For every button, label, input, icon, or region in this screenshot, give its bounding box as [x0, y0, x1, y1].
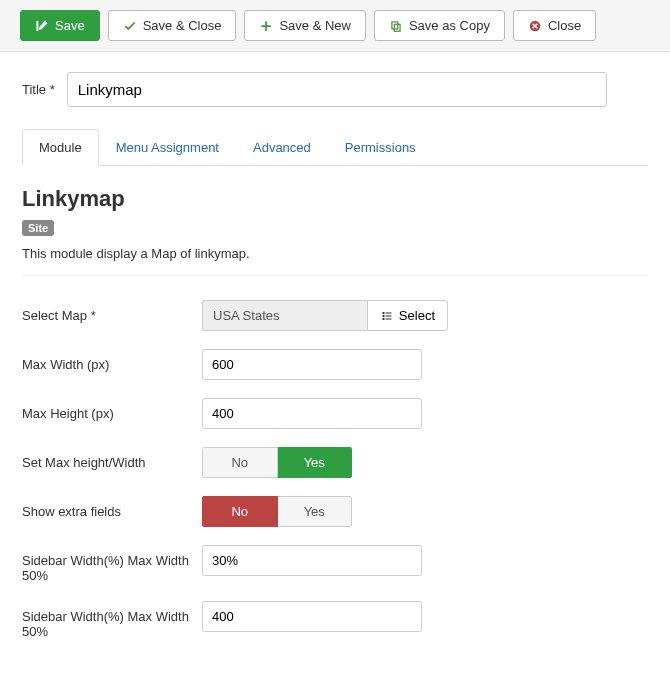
select-map-group: USA States Select — [202, 300, 448, 331]
set-max-label: Set Max height/Width — [22, 447, 202, 470]
check-icon — [123, 19, 137, 33]
svg-rect-8 — [385, 318, 391, 319]
row-select-map: Select Map * USA States Select — [22, 300, 648, 331]
row-sidebar-pct: Sidebar Width(%) Max Width 50% — [22, 545, 648, 583]
set-max-toggle: No Yes — [202, 447, 352, 478]
set-max-no[interactable]: No — [202, 447, 278, 478]
select-map-value: USA States — [202, 300, 367, 331]
svg-rect-6 — [385, 315, 391, 316]
select-map-label: Select Map * — [22, 300, 202, 323]
copy-icon — [389, 19, 403, 33]
set-max-yes[interactable]: Yes — [278, 447, 353, 478]
row-max-height: Max Height (px) — [22, 398, 648, 429]
close-button[interactable]: Close — [513, 10, 596, 41]
row-show-extra: Show extra fields No Yes — [22, 496, 648, 527]
title-label: Title * — [22, 82, 55, 97]
save-new-button[interactable]: Save & New — [244, 10, 366, 41]
show-extra-toggle: No Yes — [202, 496, 352, 527]
tab-advanced[interactable]: Advanced — [236, 129, 328, 166]
sidebar-pct-label: Sidebar Width(%) Max Width 50% — [22, 545, 202, 583]
save-copy-button[interactable]: Save as Copy — [374, 10, 505, 41]
save-copy-label: Save as Copy — [409, 18, 490, 33]
tab-menu-assignment[interactable]: Menu Assignment — [99, 129, 236, 166]
row-set-max: Set Max height/Width No Yes — [22, 447, 648, 478]
save-close-label: Save & Close — [143, 18, 222, 33]
row-max-width: Max Width (px) — [22, 349, 648, 380]
select-button-label: Select — [399, 308, 435, 323]
svg-rect-5 — [382, 315, 384, 317]
svg-rect-7 — [382, 318, 384, 320]
save-new-label: Save & New — [279, 18, 351, 33]
tab-permissions[interactable]: Permissions — [328, 129, 433, 166]
tab-module[interactable]: Module — [22, 129, 99, 166]
save-label: Save — [55, 18, 85, 33]
divider — [22, 275, 648, 276]
svg-rect-3 — [382, 312, 384, 314]
sidebar-px-input[interactable] — [202, 601, 422, 632]
save-icon — [35, 19, 49, 33]
svg-rect-4 — [385, 312, 391, 313]
max-width-label: Max Width (px) — [22, 349, 202, 372]
site-badge: Site — [22, 220, 54, 236]
row-sidebar-px: Sidebar Width(%) Max Width 50% — [22, 601, 648, 639]
show-extra-no[interactable]: No — [202, 496, 278, 527]
module-description: This module display a Map of linkymap. — [22, 246, 648, 261]
close-icon — [528, 19, 542, 33]
plus-icon — [259, 19, 273, 33]
sidebar-pct-input[interactable] — [202, 545, 422, 576]
close-label: Close — [548, 18, 581, 33]
list-icon — [380, 309, 394, 323]
title-input[interactable] — [67, 72, 607, 107]
save-close-button[interactable]: Save & Close — [108, 10, 237, 41]
save-button[interactable]: Save — [20, 10, 100, 41]
show-extra-label: Show extra fields — [22, 496, 202, 519]
page-title: Linkymap — [22, 186, 648, 212]
toolbar: Save Save & Close Save & New Save as Cop… — [0, 0, 670, 52]
select-map-button[interactable]: Select — [367, 300, 448, 331]
title-row: Title * — [22, 72, 648, 107]
tabs: Module Menu Assignment Advanced Permissi… — [22, 129, 648, 166]
sidebar-px-label: Sidebar Width(%) Max Width 50% — [22, 601, 202, 639]
max-height-label: Max Height (px) — [22, 398, 202, 421]
max-width-input[interactable] — [202, 349, 422, 380]
content-area: Title * Module Menu Assignment Advanced … — [0, 52, 670, 677]
show-extra-yes[interactable]: Yes — [278, 496, 353, 527]
max-height-input[interactable] — [202, 398, 422, 429]
